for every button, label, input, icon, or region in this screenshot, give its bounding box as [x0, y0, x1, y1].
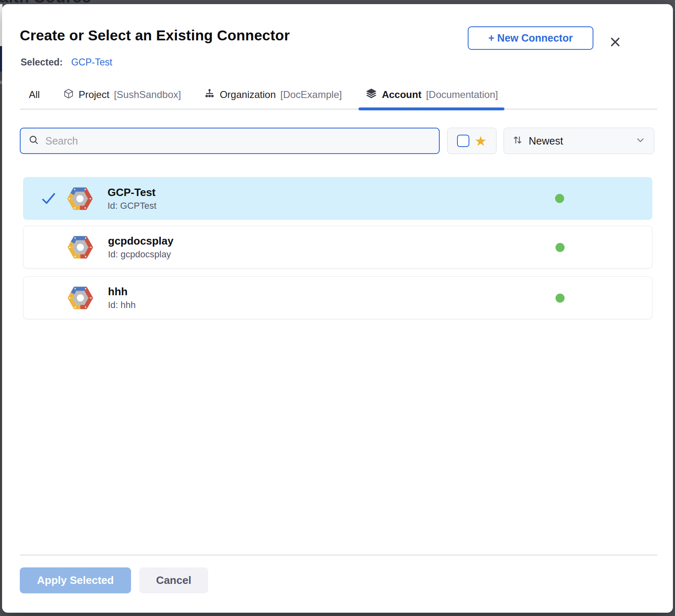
- close-icon[interactable]: [607, 34, 623, 50]
- tab-project[interactable]: Project [SushSandbox]: [63, 81, 181, 109]
- gcp-logo-icon: [67, 187, 93, 210]
- cube-icon: [63, 88, 74, 102]
- footer-divider: [20, 555, 657, 555]
- connector-row-gcp-test[interactable]: GCP-Test Id: GCPTest: [23, 177, 652, 220]
- gcp-logo-icon: [68, 236, 93, 259]
- tab-project-scope: [SushSandbox]: [114, 89, 181, 100]
- sort-dropdown[interactable]: Newest: [504, 128, 654, 154]
- sort-arrows-icon: [512, 135, 523, 147]
- status-dot: [555, 294, 565, 303]
- connector-id: Id: gcpdocsplay: [108, 249, 173, 260]
- selected-check-icon: [40, 190, 57, 207]
- new-connector-button[interactable]: + New Connector: [468, 26, 593, 50]
- tab-organization[interactable]: Organization [DocExample]: [204, 81, 342, 109]
- layers-icon: [365, 87, 377, 102]
- background-overlay-bar: alth Source: [0, 0, 675, 4]
- tab-account[interactable]: Account [Documentation]: [365, 81, 498, 109]
- search-icon: [28, 134, 40, 147]
- search-input[interactable]: [45, 135, 431, 147]
- status-dot: [555, 243, 565, 252]
- org-chart-icon: [204, 88, 215, 102]
- gcp-logo-icon: [68, 287, 93, 309]
- selected-connector-line: Selected: GCP-Test: [21, 57, 112, 68]
- connector-row-gcpdocsplay[interactable]: gcpdocsplay Id: gcpdocsplay: [23, 226, 652, 268]
- tab-project-label: Project: [79, 89, 110, 100]
- tab-all[interactable]: All: [29, 81, 40, 109]
- selected-connector-link[interactable]: GCP-Test: [71, 57, 112, 68]
- tab-organization-scope: [DocExample]: [280, 89, 342, 100]
- cancel-button[interactable]: Cancel: [139, 567, 208, 593]
- tab-account-scope: [Documentation]: [426, 89, 498, 100]
- search-box: [20, 128, 440, 154]
- favorites-filter[interactable]: ★: [447, 128, 497, 154]
- connector-id: Id: hhh: [108, 300, 136, 310]
- status-dot: [555, 194, 564, 203]
- connector-name: hhh: [108, 285, 136, 298]
- connector-id: Id: GCPTest: [108, 201, 157, 211]
- selected-label: Selected:: [21, 57, 63, 68]
- tab-organization-label: Organization: [220, 89, 276, 100]
- chevron-down-icon: [635, 135, 646, 147]
- scope-tabs: All Project [SushSandbox]: [20, 81, 657, 110]
- tab-all-label: All: [29, 89, 40, 100]
- star-icon: ★: [475, 134, 487, 148]
- background-clipped-heading: alth Source: [0, 0, 91, 4]
- favorites-checkbox[interactable]: [457, 135, 469, 147]
- sort-selected-value: Newest: [529, 135, 629, 147]
- connector-name: GCP-Test: [108, 186, 157, 199]
- connector-select-modal: Create or Select an Existing Connector +…: [2, 4, 673, 613]
- tab-account-label: Account: [382, 89, 422, 100]
- connector-name: gcpdocsplay: [108, 235, 173, 247]
- modal-title: Create or Select an Existing Connector: [20, 27, 290, 44]
- connector-row-hhh[interactable]: hhh Id: hhh: [23, 276, 652, 319]
- apply-selected-button[interactable]: Apply Selected: [20, 567, 131, 593]
